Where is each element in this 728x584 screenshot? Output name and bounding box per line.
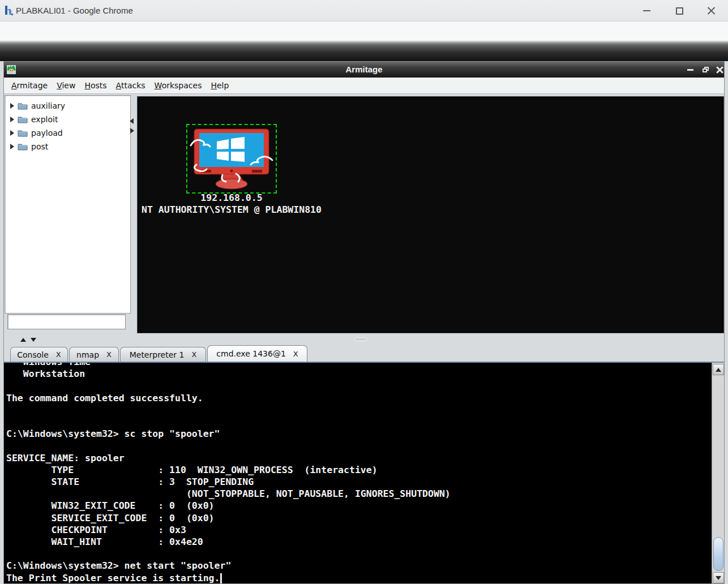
folder-icon xyxy=(18,102,28,110)
window-title: PLABKALI01 - Google Chrome xyxy=(16,0,133,22)
expand-arrow-icon[interactable] xyxy=(10,130,14,136)
tab-label: Meterpreter 1 xyxy=(130,350,185,359)
expand-arrow-icon[interactable] xyxy=(10,103,14,109)
menu-help[interactable]: Help xyxy=(211,81,229,90)
cmd-console[interactable]: Windows Time Workstation The command com… xyxy=(4,362,724,583)
tab-close-button[interactable]: X xyxy=(106,350,112,359)
console-output: Windows Time Workstation The command com… xyxy=(6,362,451,583)
tree-item-label: post xyxy=(31,142,48,151)
menu-attacks[interactable]: Attacks xyxy=(116,81,145,90)
tree-item-post[interactable]: post xyxy=(5,140,130,153)
collapse-up-icon[interactable] xyxy=(20,338,26,342)
chrome-urlbar[interactable]: stg.practice-labs.com/device-advanced.as… xyxy=(0,22,728,42)
scrollbar-thumb[interactable] xyxy=(713,537,723,571)
tab-label: Console xyxy=(17,350,49,359)
restore-icon xyxy=(703,67,709,73)
tab-label: nmap xyxy=(76,350,99,359)
arrow-down-icon xyxy=(716,576,721,580)
armitage-window: Armitage Armitage View Hosts Attacks Wor… xyxy=(3,61,725,584)
close-icon xyxy=(716,66,723,74)
tree-item-label: auxiliary xyxy=(31,101,65,110)
panel-splitter[interactable] xyxy=(129,117,136,138)
tab-label: cmd.exe 1436@1 xyxy=(216,349,286,358)
compromised-host-icon[interactable] xyxy=(189,128,275,192)
armitage-window-title: Armitage xyxy=(4,62,724,78)
scroll-up-button[interactable] xyxy=(713,364,724,375)
collapse-down-icon[interactable] xyxy=(31,338,36,342)
armitage-menubar: Armitage View Hosts Attacks Workspaces H… xyxy=(4,78,724,94)
expand-arrow-icon[interactable] xyxy=(10,144,14,149)
folder-icon xyxy=(18,143,28,151)
close-icon xyxy=(707,7,716,15)
tree-item-label: exploit xyxy=(31,115,58,124)
host-session-label: NT AUTHORITY\SYSTEM @ PLABWIN810 xyxy=(140,204,323,215)
tab-nmap[interactable]: nmap X xyxy=(69,347,119,362)
practice-labs-favicon xyxy=(4,5,14,16)
chrome-titlebar: PLABKALI01 - Google Chrome xyxy=(0,0,728,22)
maximize-icon xyxy=(676,7,683,15)
screen: PLABKALI01 - Google Chrome stg.practice-… xyxy=(0,0,728,584)
armitage-restore-button[interactable] xyxy=(699,62,713,78)
tab-meterpreter-1[interactable]: Meterpreter 1 X xyxy=(120,347,206,362)
horizontal-splitter-grip[interactable] xyxy=(354,337,367,341)
expand-arrow-icon[interactable] xyxy=(10,117,14,122)
tree-item-exploit[interactable]: exploit xyxy=(5,113,130,126)
tab-close-button[interactable]: X xyxy=(56,350,61,359)
minimize-icon xyxy=(643,10,650,11)
arrow-up-icon xyxy=(716,368,721,372)
tab-console[interactable]: Console X xyxy=(10,347,68,362)
menu-workspaces[interactable]: Workspaces xyxy=(155,81,202,90)
menu-armitage[interactable]: Armitage xyxy=(11,81,48,90)
module-filter-input[interactable] xyxy=(7,314,126,329)
menu-view[interactable]: View xyxy=(57,81,75,90)
targets-graph[interactable]: 192.168.0.5 NT AUTHORITY\SYSTEM @ PLABWI… xyxy=(137,96,724,333)
collapse-left-icon[interactable] xyxy=(130,118,134,124)
chrome-close-button[interactable] xyxy=(699,0,723,22)
chrome-maximize-button[interactable] xyxy=(667,0,692,22)
module-tree-panel: auxiliary exploit payload post xyxy=(5,95,131,314)
tree-item-auxiliary[interactable]: auxiliary xyxy=(5,99,130,113)
folder-icon xyxy=(18,129,28,137)
tab-cmd-exe-1436[interactable]: cmd.exe 1436@1 X xyxy=(207,345,307,362)
text-cursor xyxy=(220,573,222,583)
collapse-right-icon[interactable] xyxy=(130,128,134,134)
chrome-minimize-button[interactable] xyxy=(634,0,659,22)
desktop-taskbar: [root@PLABKALI01: ~] Armitage ? xyxy=(0,42,728,61)
folder-icon xyxy=(18,115,28,123)
armitage-titlebar: Armitage xyxy=(4,62,724,78)
tree-item-payload[interactable]: payload xyxy=(5,126,130,140)
minimize-icon xyxy=(687,69,693,71)
tab-close-button[interactable]: X xyxy=(293,350,298,358)
armitage-minimize-button[interactable] xyxy=(683,62,697,78)
scroll-down-button[interactable] xyxy=(713,572,724,583)
tree-item-label: payload xyxy=(31,128,63,138)
tab-close-button[interactable]: X xyxy=(191,350,196,359)
splitter-arrows[interactable] xyxy=(20,338,36,342)
console-scrollbar[interactable] xyxy=(712,363,724,583)
host-ip-label: 192.168.0.5 xyxy=(186,192,277,203)
menu-hosts[interactable]: Hosts xyxy=(84,81,106,90)
armitage-close-button[interactable] xyxy=(713,62,726,78)
